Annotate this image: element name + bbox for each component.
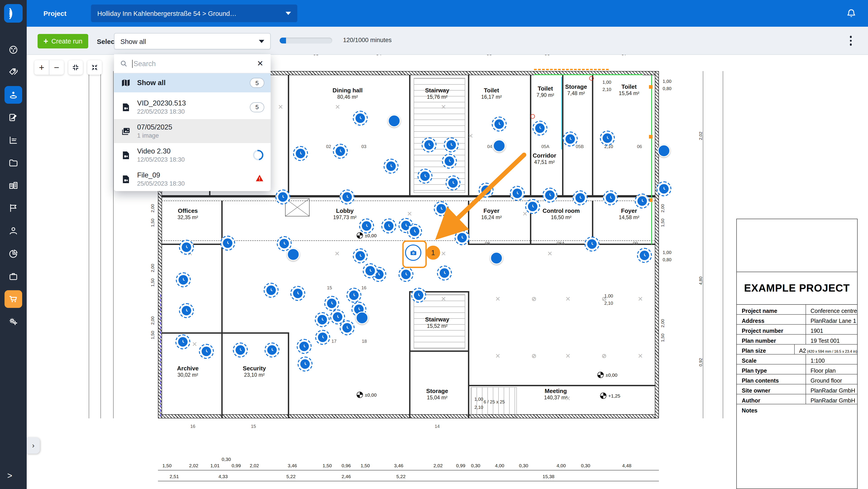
sidebar-item-company[interactable] [4, 177, 22, 194]
title-block-row: Project nameConference centre [737, 305, 857, 315]
dimension-value: 0,30 [222, 456, 231, 462]
timed-photo-marker[interactable] [264, 283, 279, 298]
fit-to-screen-button[interactable] [68, 60, 83, 75]
timed-photo-marker[interactable] [179, 240, 194, 255]
notifications-bell-icon[interactable] [845, 8, 857, 20]
timed-photo-marker[interactable] [176, 272, 191, 287]
grid-cross-mark: ✕ [335, 103, 340, 111]
photo-marker[interactable] [388, 115, 401, 127]
sidebar-item-folder[interactable] [4, 154, 22, 172]
timed-photo-marker[interactable] [383, 159, 399, 174]
timed-photo-marker[interactable] [340, 189, 354, 205]
timed-photo-marker[interactable] [315, 312, 330, 327]
sidebar-item-flag[interactable] [4, 199, 22, 217]
sidebar-item-settings[interactable] [4, 313, 22, 331]
timed-photo-marker[interactable] [220, 236, 235, 251]
sidebar-item-ticket-pen[interactable] [4, 109, 22, 126]
photo-marker[interactable] [490, 252, 503, 265]
dropdown-item-file-09[interactable]: File_0925/05/2023 18:30 [114, 167, 271, 191]
timed-photo-marker[interactable] [573, 190, 588, 205]
timed-photo-marker[interactable] [407, 224, 422, 239]
filter-dropdown[interactable]: Show all [114, 33, 271, 49]
zoom-in-button[interactable]: + [34, 60, 49, 75]
timed-photo-marker[interactable] [359, 218, 374, 234]
clock-icon [401, 270, 411, 279]
video-file-icon [120, 174, 131, 184]
timed-photo-marker[interactable] [381, 218, 396, 234]
timed-photo-marker[interactable] [324, 296, 339, 311]
sidebar-item-site-view[interactable] [4, 86, 22, 104]
room-label: Toilet7,90 m² [536, 85, 554, 98]
sidebar-item-dashboard[interactable] [4, 41, 22, 58]
sidebar-item-briefcase[interactable] [4, 268, 22, 285]
timed-photo-marker[interactable] [637, 248, 652, 263]
create-run-button[interactable]: + Create run [37, 34, 88, 49]
door-dimension-label: 6 / 25 x 25 [484, 399, 505, 404]
timed-photo-marker[interactable] [532, 121, 547, 135]
timed-photo-marker[interactable] [353, 111, 368, 126]
timed-photo-marker[interactable] [297, 339, 312, 354]
level-symbol-icon [600, 393, 607, 399]
timed-photo-marker[interactable] [399, 267, 413, 282]
photo-marker[interactable] [356, 311, 368, 324]
timed-photo-marker[interactable] [333, 144, 348, 159]
sidebar-item-pie-chart[interactable] [4, 245, 22, 263]
timed-photo-marker[interactable] [233, 342, 248, 358]
timed-photo-marker[interactable] [175, 334, 190, 349]
clock-icon [576, 193, 585, 203]
sidebar-item-contacts[interactable] [4, 222, 22, 240]
dimension-line-vertical [723, 71, 723, 418]
project-selector[interactable]: Holliday Inn Kahlenbergerstraße 54 > Gro… [91, 4, 297, 22]
search-input[interactable]: Search [132, 60, 251, 68]
timed-photo-marker[interactable] [492, 117, 507, 131]
timed-photo-marker[interactable] [437, 266, 452, 280]
timed-photo-marker[interactable] [346, 288, 361, 303]
dropdown-search-row[interactable]: Search ✕ [114, 54, 271, 73]
room-name: Toilet [481, 87, 502, 94]
sidebar-item-tags[interactable] [4, 63, 22, 81]
timed-photo-marker[interactable] [199, 344, 214, 359]
close-icon[interactable]: ✕ [255, 58, 266, 69]
dropdown-item-vid-20230-513[interactable]: VID_20230.51322/05/2023 18:305 [114, 95, 271, 119]
timed-photo-marker[interactable] [635, 193, 650, 209]
timed-photo-marker[interactable] [542, 188, 557, 203]
timed-photo-marker[interactable] [290, 286, 305, 301]
timed-photo-marker[interactable] [265, 342, 279, 358]
timed-photo-marker[interactable] [600, 131, 615, 146]
timed-photo-marker[interactable] [293, 146, 308, 161]
photo-marker[interactable] [287, 248, 300, 261]
filter-dropdown-value: Show all [120, 37, 146, 45]
clock-icon [182, 242, 191, 252]
sidebar-item-statistics[interactable] [4, 131, 22, 149]
more-options-kebab-icon[interactable] [845, 35, 856, 47]
sidebar-expand-chevron-icon[interactable]: > [7, 471, 12, 481]
timed-photo-marker[interactable] [563, 131, 578, 147]
timed-photo-marker[interactable] [275, 189, 290, 205]
dimension-line [158, 470, 659, 470]
photo-marker[interactable] [657, 145, 670, 157]
timed-photo-marker[interactable] [411, 288, 426, 303]
dropdown-item-video-2-30[interactable]: Video 2.3012/05/2023 18:30 [114, 143, 271, 167]
camera-marker[interactable] [405, 245, 421, 261]
timed-photo-marker[interactable] [353, 248, 368, 263]
room-name: Corridor [533, 152, 556, 159]
timed-photo-marker[interactable] [179, 303, 194, 318]
title-block-row-label: Project name [737, 305, 806, 314]
timed-photo-marker[interactable] [656, 181, 671, 196]
timed-photo-marker[interactable] [298, 357, 312, 371]
timed-photo-marker[interactable] [340, 320, 354, 335]
collapse-view-button[interactable] [87, 60, 102, 75]
timed-photo-marker[interactable] [363, 263, 378, 278]
room-name: Security [243, 365, 266, 372]
panel-expand-tab[interactable]: › [27, 437, 40, 454]
timed-photo-marker[interactable] [603, 190, 618, 205]
timed-photo-marker[interactable] [585, 237, 599, 251]
clock-icon [606, 193, 615, 203]
planradar-logo[interactable] [4, 4, 23, 23]
title-block-row-value: 1:100 [806, 355, 857, 364]
timed-photo-marker[interactable] [315, 330, 330, 345]
zoom-out-button[interactable]: − [49, 60, 64, 75]
sidebar-item-cart[interactable] [4, 290, 22, 308]
dropdown-item-07-05-2025[interactable]: 07/05/20251 image [114, 119, 271, 143]
dropdown-item-show-all[interactable]: Show all5 [114, 73, 271, 92]
